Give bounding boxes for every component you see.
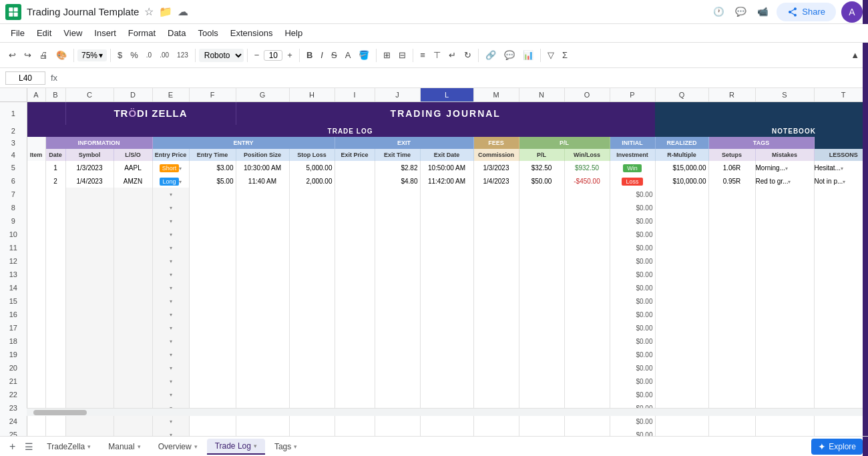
col-header-r[interactable]: R <box>708 88 755 101</box>
cell-5-e[interactable]: Short▾ <box>152 161 189 174</box>
menu-extensions[interactable]: Extensions <box>225 26 278 40</box>
cell-5-s[interactable]: Hesitat...▾ <box>814 161 868 174</box>
cell-6-d[interactable]: AMZN <box>114 174 152 188</box>
percent-button[interactable]: % <box>127 47 142 63</box>
decimal-dec-button[interactable]: .0 <box>143 49 155 61</box>
cloud-icon[interactable]: ☁ <box>178 5 188 18</box>
cell-6-j[interactable]: $4.80 <box>375 174 420 188</box>
cell-5-r[interactable]: Morning...▾ <box>755 161 814 174</box>
cell-5-i[interactable] <box>335 161 375 174</box>
col-header-s[interactable]: S <box>755 88 814 101</box>
col-header-l[interactable]: L <box>420 88 473 101</box>
cell-6-s[interactable]: Not in p...▾ <box>814 174 868 188</box>
folder-icon[interactable]: 📁 <box>159 5 172 18</box>
col-header-e[interactable]: E <box>152 88 189 101</box>
tab-tradezella[interactable]: TradeZella ▾ <box>39 439 99 454</box>
filter-button[interactable]: ▽ <box>544 47 558 63</box>
rotate-button[interactable]: ↻ <box>461 47 475 63</box>
font-select[interactable]: Roboto <box>199 49 244 62</box>
cell-5-k[interactable]: 10:50:00 AM <box>420 161 473 174</box>
cell-5-l[interactable]: 1/3/2023 <box>473 161 519 174</box>
col-header-n[interactable]: N <box>519 88 564 101</box>
functions-button[interactable]: Σ <box>559 47 571 63</box>
cell-5-d[interactable]: AAPL <box>114 161 152 174</box>
cell-6-h[interactable]: 2,000.00 <box>289 174 335 188</box>
paint-format-button[interactable]: 🎨 <box>53 47 70 63</box>
cell-6-m[interactable]: $50.00 <box>519 174 564 188</box>
add-sheet-button[interactable]: + <box>5 439 19 454</box>
merge-button[interactable]: ⊟ <box>395 47 409 63</box>
borders-button[interactable]: ⊞ <box>380 47 394 63</box>
cell-5-j[interactable]: $2.82 <box>375 161 420 174</box>
cell-6-p[interactable]: $10,000.00 <box>655 174 708 188</box>
wrap-button[interactable]: ↵ <box>445 47 459 63</box>
cell-6-f[interactable]: $5.00 <box>189 174 236 188</box>
col-header-t[interactable]: T <box>814 88 868 101</box>
tab-trade-log[interactable]: Trade Log ▾ <box>207 439 265 455</box>
history-button[interactable]: 🕐 <box>710 4 727 19</box>
decimal-inc-button[interactable]: .00 <box>156 49 172 61</box>
cell-6-n[interactable]: -$450.00 <box>564 174 610 188</box>
valign-button[interactable]: ⊤ <box>430 47 444 63</box>
cell-5-h[interactable]: 5,000.00 <box>289 161 335 174</box>
strikethrough-button[interactable]: S <box>328 47 341 63</box>
chart-button[interactable]: 📊 <box>519 47 537 63</box>
cell-6-q[interactable]: 0.95R <box>708 174 755 188</box>
halign-button[interactable]: ≡ <box>417 47 429 63</box>
col-header-h[interactable]: H <box>289 88 335 101</box>
cell-6-g[interactable]: 11:40 AM <box>236 174 289 188</box>
avatar[interactable]: A <box>841 1 863 23</box>
cell-5-f[interactable]: $3.00 <box>189 161 236 174</box>
menu-view[interactable]: View <box>58 26 87 40</box>
cell-6-r[interactable]: Red to gr...▾ <box>755 174 814 188</box>
tab-tags[interactable]: Tags ▾ <box>266 439 305 454</box>
formula-input[interactable] <box>63 73 863 83</box>
col-header-c[interactable]: C <box>65 88 114 101</box>
sheets-menu-button[interactable]: ☰ <box>21 440 37 453</box>
undo-button[interactable]: ↩ <box>5 47 19 63</box>
cell-5-p[interactable]: $15,000.00 <box>655 161 708 174</box>
col-header-d[interactable]: D <box>114 88 152 101</box>
cell-5-m[interactable]: $32.50 <box>519 161 564 174</box>
col-header-i[interactable]: I <box>335 88 375 101</box>
meet-button[interactable]: 📹 <box>754 4 771 19</box>
cell-5-b[interactable]: 1 <box>45 161 65 174</box>
cell-5-c[interactable]: 1/3/2023 <box>65 161 114 174</box>
col-header-f[interactable]: F <box>189 88 236 101</box>
font-size-decrease-button[interactable]: − <box>251 47 263 63</box>
zoom-control[interactable]: 75% ▾ <box>77 49 107 61</box>
italic-button[interactable]: I <box>317 47 327 63</box>
menu-file[interactable]: File <box>5 26 30 40</box>
cell-6-i[interactable] <box>335 174 375 188</box>
cell-6-k[interactable]: 11:42:00 AM <box>420 174 473 188</box>
currency-button[interactable]: $ <box>114 47 126 63</box>
font-color-button[interactable]: A <box>342 47 355 63</box>
comment-button[interactable]: 💬 <box>501 47 518 63</box>
bold-button[interactable]: B <box>303 47 316 63</box>
h-scrollbar[interactable] <box>27 408 863 416</box>
col-header-o[interactable]: O <box>564 88 610 101</box>
cell-5-n[interactable]: $932.50 <box>564 161 610 174</box>
explore-button[interactable]: ✦ Explore <box>811 439 863 455</box>
comments-button[interactable]: 💬 <box>732 4 749 19</box>
menu-tools[interactable]: Tools <box>192 26 223 40</box>
cell-6-o[interactable]: Loss <box>610 174 655 188</box>
cell-5-o[interactable]: Win <box>610 161 655 174</box>
fill-color-button[interactable]: 🪣 <box>355 47 373 63</box>
col-header-b[interactable]: B <box>45 88 65 101</box>
menu-help[interactable]: Help <box>279 26 308 40</box>
cell-6-e[interactable]: Long▾ <box>152 174 189 188</box>
col-header-j[interactable]: J <box>375 88 420 101</box>
col-header-q[interactable]: Q <box>655 88 708 101</box>
col-header-g[interactable]: G <box>236 88 289 101</box>
collapse-button[interactable]: ▲ <box>847 47 863 63</box>
cell-6-b[interactable]: 2 <box>45 174 65 188</box>
menu-format[interactable]: Format <box>123 26 161 40</box>
font-size-input[interactable] <box>264 50 282 61</box>
col-header-m[interactable]: M <box>473 88 519 101</box>
font-size-increase-button[interactable]: + <box>284 47 296 63</box>
print-button[interactable]: 🖨 <box>36 47 51 63</box>
cell-5-g[interactable]: 10:30:00 AM <box>236 161 289 174</box>
cell-6-l[interactable]: 1/4/2023 <box>473 174 519 188</box>
star-icon[interactable]: ☆ <box>144 5 154 18</box>
